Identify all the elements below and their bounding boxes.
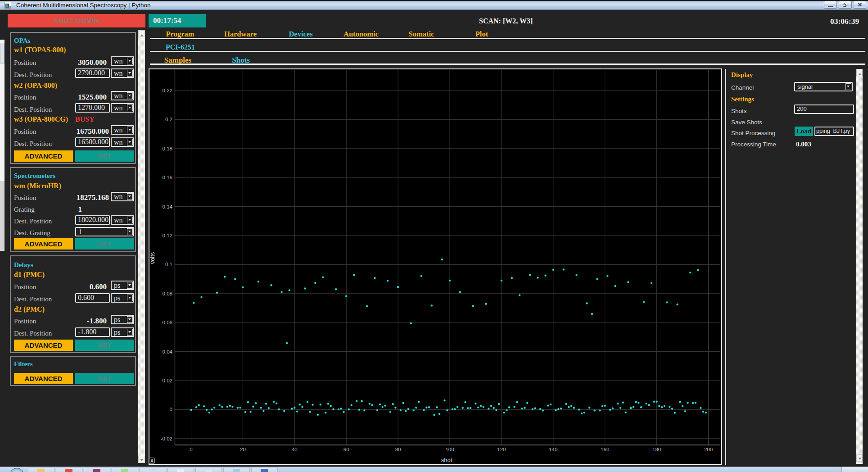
svg-text:0.16: 0.16 — [163, 175, 172, 180]
svg-text:-0.02: -0.02 — [161, 436, 172, 441]
svg-text:0.08: 0.08 — [163, 291, 172, 296]
svg-text:0.1: 0.1 — [165, 262, 172, 267]
svg-text:volts: volts — [149, 252, 156, 264]
svg-text:0: 0 — [170, 407, 172, 412]
svg-text:shot: shot — [441, 457, 452, 463]
svg-text:0.18: 0.18 — [163, 146, 172, 151]
svg-text:200: 200 — [704, 447, 713, 452]
svg-text:180: 180 — [652, 447, 661, 452]
svg-text:0.04: 0.04 — [163, 349, 173, 354]
svg-text:0.2: 0.2 — [165, 117, 172, 122]
svg-text:160: 160 — [601, 447, 609, 452]
svg-text:80: 80 — [395, 447, 401, 452]
svg-text:0.02: 0.02 — [163, 378, 172, 383]
svg-text:20: 20 — [240, 447, 246, 452]
svg-text:0.22: 0.22 — [163, 88, 172, 93]
svg-text:0.12: 0.12 — [163, 233, 172, 238]
svg-text:120: 120 — [497, 447, 506, 452]
svg-text:40: 40 — [292, 447, 298, 452]
svg-text:0: 0 — [190, 447, 192, 452]
svg-text:140: 140 — [549, 447, 557, 452]
svg-text:100: 100 — [445, 447, 454, 452]
svg-text:60: 60 — [344, 447, 349, 452]
svg-text:0.14: 0.14 — [163, 204, 173, 209]
svg-text:0.06: 0.06 — [163, 320, 172, 325]
